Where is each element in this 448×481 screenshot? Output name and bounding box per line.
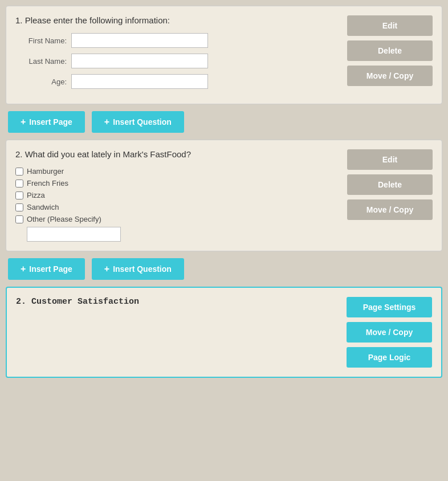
- insert-question-1-button[interactable]: + Insert Question: [92, 111, 184, 133]
- page-number: 2.: [16, 297, 26, 307]
- page-settings-button[interactable]: Page Settings: [347, 297, 432, 317]
- age-input[interactable]: [71, 74, 208, 89]
- insert-page-2-label: Insert Page: [29, 264, 72, 274]
- insert-question-2-button[interactable]: + Insert Question: [92, 258, 184, 280]
- question-2-move-copy-button[interactable]: Move / Copy: [347, 199, 433, 220]
- question-2-edit-button[interactable]: Edit: [347, 149, 433, 170]
- insert-bar-2: + Insert Page + Insert Question: [6, 258, 442, 280]
- question-2-delete-button[interactable]: Delete: [347, 174, 433, 195]
- page-name: Customer Satisfaction: [31, 297, 139, 307]
- first-name-label: First Name:: [15, 36, 67, 45]
- checkbox-hamburger-input[interactable]: [15, 168, 23, 176]
- plus-icon-2: +: [104, 117, 109, 127]
- question-1-delete-button[interactable]: Delete: [347, 40, 433, 61]
- checkbox-french-fries-input[interactable]: [15, 180, 23, 187]
- insert-page-1-label: Insert Page: [29, 117, 72, 127]
- checkbox-hamburger: Hamburger: [15, 167, 336, 176]
- page-logic-button[interactable]: Page Logic: [347, 347, 432, 368]
- question-1-buttons: Edit Delete Move / Copy: [347, 15, 433, 86]
- checkbox-sandwich: Sandwich: [15, 203, 336, 211]
- checkbox-french-fries: French Fries: [15, 179, 336, 187]
- plus-icon-3: +: [21, 264, 26, 274]
- insert-bar-1: + Insert Page + Insert Question: [6, 111, 442, 133]
- plus-icon-1: +: [21, 117, 26, 127]
- checkbox-pizza: Pizza: [15, 191, 336, 199]
- insert-page-1-button[interactable]: + Insert Page: [8, 111, 85, 133]
- checkbox-other: Other (Please Specify): [15, 215, 336, 223]
- checkbox-sandwich-input[interactable]: [15, 203, 23, 211]
- checkbox-pizza-label: Pizza: [27, 191, 45, 199]
- checkbox-hamburger-label: Hamburger: [27, 167, 64, 176]
- page-card: 2. Customer Satisfaction Page Settings M…: [6, 287, 442, 378]
- last-name-field: Last Name:: [15, 54, 336, 68]
- question-2-buttons: Edit Delete Move / Copy: [347, 149, 433, 220]
- question-1-card: 1. Please enter the following informatio…: [6, 6, 442, 104]
- page-buttons: Page Settings Move / Copy Page Logic: [347, 297, 432, 368]
- other-specify-input[interactable]: [27, 227, 121, 242]
- checkbox-other-input[interactable]: [15, 215, 23, 223]
- last-name-label: Last Name:: [15, 57, 67, 66]
- age-label: Age:: [15, 78, 67, 86]
- survey-builder: 1. Please enter the following informatio…: [0, 0, 448, 384]
- checkbox-pizza-input[interactable]: [15, 191, 23, 199]
- page-move-copy-button[interactable]: Move / Copy: [347, 322, 432, 343]
- question-1-edit-button[interactable]: Edit: [347, 15, 433, 36]
- checkbox-other-label: Other (Please Specify): [27, 215, 101, 223]
- question-1-title: 1. Please enter the following informatio…: [15, 15, 336, 25]
- page-content: 2. Customer Satisfaction: [16, 297, 347, 307]
- question-2-title: 2. What did you eat lately in Mark's Fas…: [15, 149, 336, 159]
- first-name-field: First Name:: [15, 33, 336, 48]
- first-name-input[interactable]: [71, 33, 208, 48]
- page-title: 2. Customer Satisfaction: [16, 297, 335, 307]
- insert-page-2-button[interactable]: + Insert Page: [8, 258, 85, 280]
- question-1-content: 1. Please enter the following informatio…: [15, 15, 347, 95]
- last-name-input[interactable]: [71, 54, 208, 68]
- age-field: Age:: [15, 74, 336, 89]
- insert-question-2-label: Insert Question: [113, 264, 172, 274]
- insert-question-1-label: Insert Question: [113, 117, 172, 127]
- checkbox-sandwich-label: Sandwich: [27, 203, 59, 211]
- checkbox-french-fries-label: French Fries: [27, 179, 68, 187]
- plus-icon-4: +: [104, 264, 109, 274]
- question-1-move-copy-button[interactable]: Move / Copy: [347, 66, 433, 86]
- question-2-content: 2. What did you eat lately in Mark's Fas…: [15, 149, 347, 242]
- question-2-card: 2. What did you eat lately in Mark's Fas…: [6, 140, 442, 251]
